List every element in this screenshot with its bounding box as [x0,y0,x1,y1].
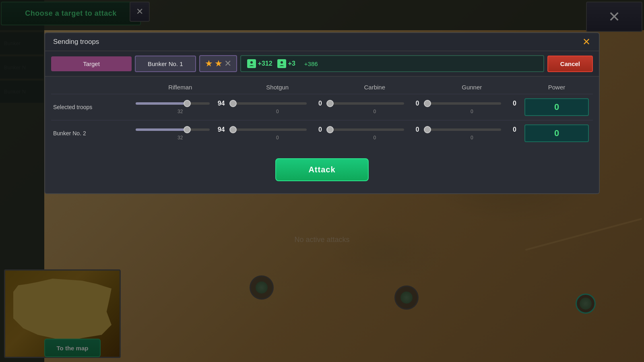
shotgun-track-b2 [233,128,307,131]
carbine-value: 0 [407,100,419,107]
gunner-value-b2: 0 [504,126,516,133]
gunner-min: 0 [471,109,473,114]
rifleman-fill-b2 [136,128,187,131]
shotgun-thumb-b2[interactable] [229,126,237,133]
gunner-slider-bunker2[interactable]: 0 0 [423,126,521,141]
power-box-selected: 0 [524,98,589,116]
row-selected-label: Selected troops [51,104,132,110]
shotgun-thumb[interactable] [229,100,237,107]
carbine-slider-selected[interactable]: 0 0 [326,100,423,114]
power-value-selected: 0 [554,102,559,112]
rifleman-track-b2 [136,128,210,131]
row-bunker2-label: Bunker No. 2 [51,130,132,137]
shotgun-track [233,102,307,105]
carbine-slider-bunker2[interactable]: 0 0 [326,126,423,141]
table-row-bunker2: Bunker No. 2 94 32 [51,120,593,146]
header-gunner: Gunner [423,84,521,91]
attack-button[interactable]: Attack [275,158,368,181]
gunner-track-b2 [427,128,502,131]
rifleman-thumb[interactable] [184,100,191,107]
dialog-header: Sending troops ✕ [45,33,599,51]
shotgun-value: 0 [310,100,322,107]
carbine-value-b2: 0 [407,126,419,133]
gunner-min-b2: 0 [471,135,473,141]
stars-badge: ★ ★ ✕ [199,55,237,72]
carbine-thumb-b2[interactable] [326,126,334,133]
commander-icon [277,59,286,68]
troop-count: +312 [258,60,272,67]
gunner-track [427,102,502,105]
rifleman-slider-selected[interactable]: 94 32 [132,100,229,114]
star-2: ★ [215,58,223,69]
shotgun-value-b2: 0 [310,126,322,133]
commander-count: +3 [288,60,295,67]
shotgun-min-b2: 0 [276,135,279,141]
header-shotgun: Shotgun [229,84,326,91]
troop-icon [247,59,256,68]
troop-stat: +312 [247,59,272,68]
svg-point-1 [281,61,283,64]
rifleman-min-b2: 32 [178,135,183,141]
carbine-track [330,102,404,105]
rifleman-fill [136,102,187,105]
power-value-bunker2: 0 [554,128,559,139]
carbine-min-b2: 0 [373,135,376,141]
svg-point-0 [250,61,253,64]
star-3: ✕ [224,58,231,69]
rifleman-value-b2: 94 [213,126,225,133]
gunner-thumb-b2[interactable] [424,126,431,133]
table-row-selected: Selected troops 94 32 [51,94,593,120]
header-rifleman: Rifleman [132,84,229,91]
gunner-value: 0 [504,100,516,107]
carbine-min: 0 [373,109,376,114]
stats-badge: +312 +3 +386 [240,55,544,72]
rifleman-track [136,102,210,105]
table-header: Rifleman Shotgun Carbine Gunner Power [51,81,593,94]
header-power: Power [520,84,593,91]
shotgun-slider-bunker2[interactable]: 0 0 [229,126,326,141]
dialog-title: Sending troops [53,38,99,46]
carbine-track-b2 [330,128,404,131]
dialog-close-icon: ✕ [582,36,590,48]
attack-button-container: Attack [45,150,599,185]
commander-stat: +3 [277,59,295,68]
star-1: ★ [205,58,213,69]
tab-target[interactable]: Target [51,56,132,71]
header-carbine: Carbine [326,84,423,91]
carbine-thumb[interactable] [326,100,334,107]
tab-bunker[interactable]: Bunker No. 1 [135,56,196,72]
header-empty [51,84,132,91]
troops-table: Rifleman Shotgun Carbine Gunner Power Se… [45,77,599,150]
power-box-bunker2: 0 [524,124,589,142]
rifleman-thumb-b2[interactable] [184,126,191,133]
shotgun-min: 0 [276,109,279,114]
dialog-close-button[interactable]: ✕ [580,35,593,48]
shotgun-slider-selected[interactable]: 0 0 [229,100,326,114]
rifleman-min: 32 [178,109,183,114]
cancel-button[interactable]: Cancel [547,56,593,72]
power-stat: +386 [304,60,318,67]
gunner-slider-selected[interactable]: 0 0 [423,100,521,114]
sending-troops-dialog: Sending troops ✕ Target Bunker No. 1 ★ ★… [44,32,600,194]
tabs-row: Target Bunker No. 1 ★ ★ ✕ +312 [45,51,599,77]
gunner-thumb[interactable] [424,100,431,107]
rifleman-value: 94 [213,100,225,107]
rifleman-slider-bunker2[interactable]: 94 32 [132,126,229,141]
